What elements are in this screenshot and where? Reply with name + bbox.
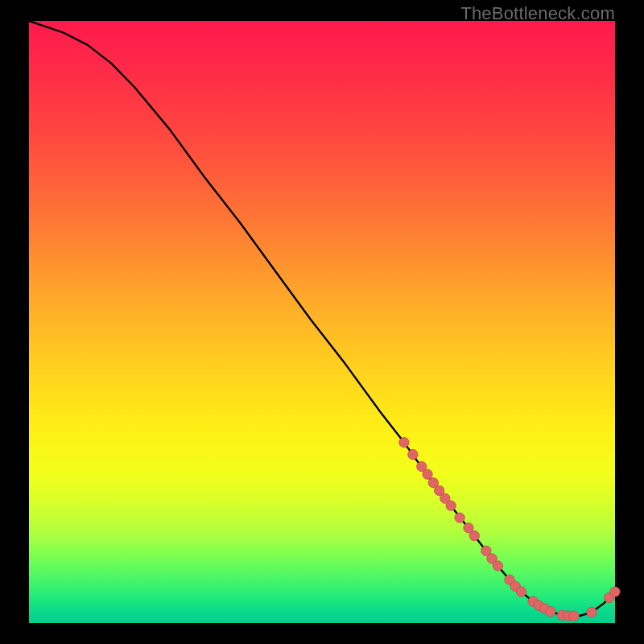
curve-marker bbox=[546, 607, 555, 617]
curve-marker bbox=[610, 587, 620, 597]
curve-marker bbox=[408, 449, 418, 459]
curve-marker bbox=[399, 437, 409, 447]
bottleneck-curve bbox=[29, 21, 615, 616]
curve-marker bbox=[446, 501, 456, 510]
curve-marker bbox=[423, 469, 432, 479]
chart-overlay bbox=[29, 21, 615, 623]
curve-marker bbox=[516, 587, 526, 597]
curve-marker bbox=[587, 607, 597, 617]
curve-marker bbox=[493, 561, 502, 571]
curve-marker bbox=[469, 530, 479, 540]
chart-stage: TheBottleneck.com bbox=[0, 0, 644, 644]
curve-marker bbox=[569, 611, 579, 621]
curve-marker bbox=[455, 513, 464, 522]
curve-markers bbox=[399, 437, 620, 621]
